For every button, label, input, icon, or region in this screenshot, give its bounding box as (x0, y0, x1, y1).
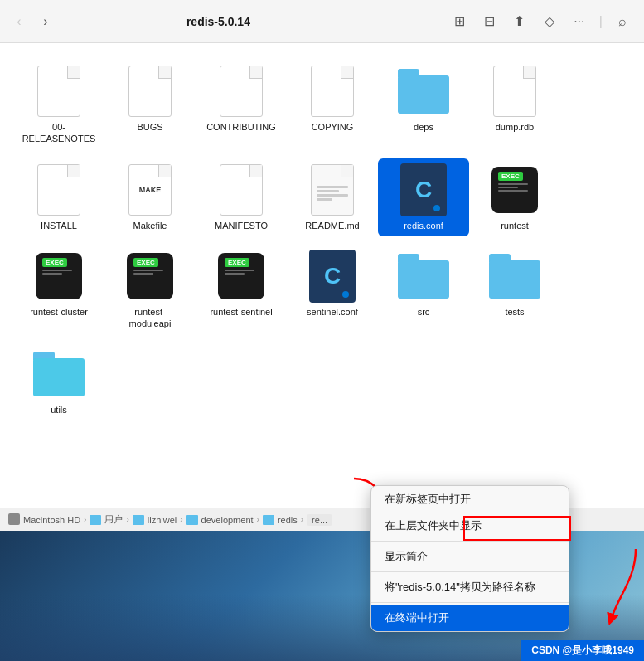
context-menu: 在新标签页中打开 在上层文件夹中显示 显示简介 将"redis-5.0.14"拷… (370, 485, 569, 632)
view-grid2-button[interactable]: ⊟ (478, 10, 501, 33)
breadcrumb-users-icon (90, 515, 101, 525)
breadcrumb-macintosh: Macintosh HD (23, 515, 80, 525)
file-item-runtest-cluster[interactable]: exec runtest-cluster (13, 245, 104, 335)
context-show-info[interactable]: 显示简介 (371, 543, 569, 570)
more-button[interactable]: ··· (568, 10, 591, 33)
breadcrumb-lizhiwei: lizhiwei (148, 515, 177, 525)
breadcrumb-redis-icon (263, 515, 274, 525)
doc-icon-manifesto (215, 163, 268, 216)
context-show-in-parent[interactable]: 在上层文件夹中显示 (371, 513, 569, 539)
file-item-tests[interactable]: tests (469, 245, 560, 335)
csdn-watermark: CSDN @是小李哦1949 (521, 640, 644, 661)
doc-icon-contributing (215, 65, 268, 118)
sentinelconf-icon: C (306, 250, 359, 303)
context-open-new-tab[interactable]: 在新标签页中打开 (371, 486, 569, 513)
file-item-install[interactable]: INSTALL (13, 158, 104, 236)
file-item-utils[interactable]: utils (13, 343, 104, 420)
file-item-00-releasenotes[interactable]: 00-RELEASENOTES (13, 60, 104, 150)
exec-icon-runtest-moduleapi: exec (123, 250, 177, 303)
file-item-manifesto[interactable]: MANIFESTO (196, 158, 287, 236)
window-title: redis-5.0.14 (0, 15, 440, 28)
doc-icon-dumprdb (488, 65, 541, 118)
exec-icon-runtest-sentinel: exec (215, 250, 268, 303)
breadcrumb-users: 用户 (104, 513, 123, 526)
breadcrumb-redis: redis (278, 515, 298, 525)
titlebar: ‹ › redis-5.0.14 ⊞ ⊟ ⬆ ◇ ··· | ⌕ (0, 0, 644, 43)
breadcrumb-hd (8, 513, 20, 527)
context-divider-1 (371, 541, 569, 542)
hd-icon (8, 513, 20, 525)
breadcrumb-development: development (201, 515, 254, 525)
breadcrumb-development-icon (186, 515, 198, 525)
file-item-redisconf[interactable]: C redis.conf (378, 158, 469, 236)
search-button[interactable]: ⌕ (611, 10, 634, 33)
file-item-makefile[interactable]: MAKE Makefile (104, 158, 196, 236)
file-item-runtest-moduleapi[interactable]: exec runtest-moduleapi (104, 245, 196, 335)
doc-icon-readme (306, 163, 359, 216)
file-grid-container: 00-RELEASENOTES BUGS CONTRIBUTING COPYIN… (0, 43, 644, 508)
file-item-sentinelconf[interactable]: C sentinel.conf (287, 245, 378, 335)
file-item-src[interactable]: src (378, 245, 469, 335)
red-arrow-br-indicator (603, 545, 644, 628)
context-divider-3 (371, 602, 569, 603)
doc-icon-install (32, 163, 85, 216)
folder-icon-tests (488, 250, 541, 303)
file-item-readmemd[interactable]: README.md (287, 158, 378, 236)
file-item-contributing[interactable]: CONTRIBUTING (196, 60, 287, 150)
redisconf-icon: C (397, 163, 450, 216)
doc-icon-makefile: MAKE (123, 163, 177, 216)
file-item-copying[interactable]: COPYING (287, 60, 378, 150)
context-open-terminal[interactable]: 在终端中打开 (371, 605, 569, 631)
exec-icon-runtest-cluster: exec (32, 250, 85, 303)
toolbar-actions: ⊞ ⊟ ⬆ ◇ ··· | ⌕ (448, 10, 634, 33)
file-item-dumprdb[interactable]: dump.rdb (469, 60, 560, 150)
context-copy-path[interactable]: 将"redis-5.0.14"拷贝为路径名称 (371, 574, 569, 600)
context-divider-2 (371, 571, 569, 572)
folder-icon-src (397, 250, 450, 303)
view-grid-button[interactable]: ⊞ (448, 10, 472, 33)
breadcrumb-lizhiwei-icon (133, 515, 144, 525)
exec-icon-runtest: exec (488, 163, 541, 216)
file-grid: 00-RELEASENOTES BUGS CONTRIBUTING COPYIN… (13, 60, 631, 421)
file-item-runtest[interactable]: exec runtest (469, 158, 560, 236)
folder-icon-deps (397, 65, 450, 118)
tag-button[interactable]: ◇ (538, 10, 561, 33)
doc-icon-00 (32, 65, 85, 118)
folder-icon-utils (32, 348, 85, 401)
file-item-bugs[interactable]: BUGS (104, 60, 196, 150)
doc-icon-bugs (123, 65, 177, 118)
file-item-deps[interactable]: deps (378, 60, 469, 150)
file-item-runtest-sentinel[interactable]: exec runtest-sentinel (196, 245, 287, 335)
share-button[interactable]: ⬆ (508, 10, 531, 33)
doc-icon-copying (306, 65, 359, 118)
breadcrumb-current: re... (307, 514, 332, 526)
